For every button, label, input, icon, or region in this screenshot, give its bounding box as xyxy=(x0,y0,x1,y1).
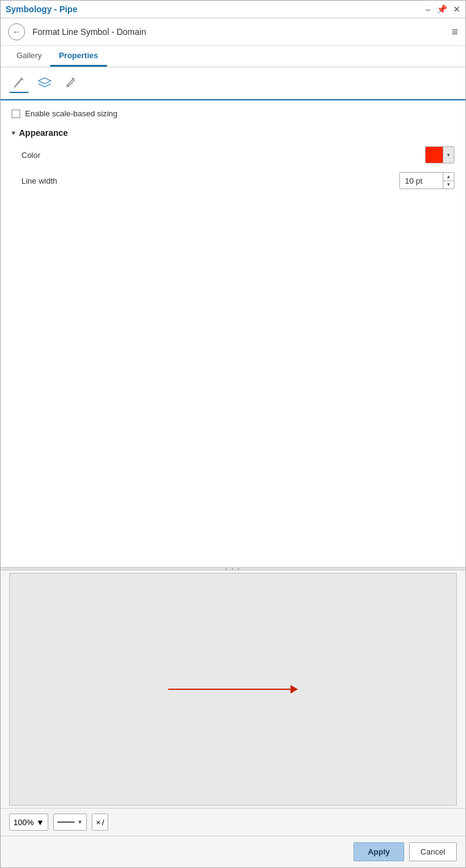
spinner-up-button[interactable]: ▲ xyxy=(443,173,454,181)
tabs-row: Gallery Properties xyxy=(1,46,465,67)
zoom-dropdown-arrow-icon: ▼ xyxy=(36,818,44,827)
color-fill xyxy=(426,147,443,163)
wrench-icon xyxy=(64,77,77,90)
linewidth-value: 10 pt xyxy=(400,176,443,185)
title-bar: Symbology - Pipe – 📌 ✕ xyxy=(1,1,465,18)
svg-marker-3 xyxy=(39,78,51,84)
bottom-toolbar: 100% ▼ ▼ × / xyxy=(1,808,465,836)
wrench-tool-button[interactable] xyxy=(61,73,80,93)
line-style-arrow-icon: ▼ xyxy=(77,819,83,825)
pin-icon[interactable]: – xyxy=(426,4,431,14)
appearance-chevron-icon[interactable]: ▾ xyxy=(12,129,15,137)
preview-line xyxy=(168,689,290,690)
appearance-section-header: ▾ Appearance xyxy=(12,128,454,138)
layers-icon xyxy=(37,76,52,91)
color-label: Color xyxy=(21,151,40,160)
header-row: ← Format Line Symbol - Domain ≡ xyxy=(1,18,465,46)
back-arrow-icon: ← xyxy=(12,27,21,37)
menu-icon[interactable]: ≡ xyxy=(451,26,458,39)
blend-slash-icon: / xyxy=(102,818,105,827)
line-style-button[interactable]: ▼ xyxy=(53,814,87,831)
blend-label: × xyxy=(96,818,101,827)
linewidth-row: Line width 10 pt ▲ ▼ xyxy=(12,172,454,189)
svg-line-0 xyxy=(15,78,22,87)
pencil-tool-button[interactable] xyxy=(9,73,29,93)
symbology-panel: Symbology - Pipe – 📌 ✕ ← Format Line Sym… xyxy=(0,0,466,868)
zoom-dropdown[interactable]: 100% ▼ xyxy=(9,814,48,831)
line-style-preview xyxy=(57,821,75,823)
content-area: Enable scale-based sizing ▾ Appearance C… xyxy=(1,100,465,567)
scale-based-checkbox[interactable] xyxy=(12,110,20,118)
color-dropdown-arrow[interactable]: ▾ xyxy=(443,147,454,163)
preview-area xyxy=(9,573,457,806)
pencil-icon xyxy=(12,76,26,89)
preview-arrow xyxy=(168,685,298,694)
tab-gallery[interactable]: Gallery xyxy=(8,46,50,67)
preview-arrowhead xyxy=(290,685,298,694)
color-row: Color ▾ xyxy=(12,146,454,163)
zoom-value: 100% xyxy=(13,818,34,827)
cancel-button[interactable]: Cancel xyxy=(409,842,457,861)
spinner-down-button[interactable]: ▼ xyxy=(443,181,454,189)
blend-mode-button[interactable]: × / xyxy=(92,814,108,831)
panel-title: Symbology - Pipe xyxy=(6,4,77,14)
linewidth-input[interactable]: 10 pt ▲ ▼ xyxy=(399,172,454,189)
close-icon[interactable]: ✕ xyxy=(453,4,460,14)
action-buttons-row: Apply Cancel xyxy=(1,836,465,867)
divider-dots-icon: • • • xyxy=(225,566,241,572)
color-swatch-button[interactable]: ▾ xyxy=(425,146,454,163)
divider-handle[interactable]: • • • xyxy=(1,567,465,571)
linewidth-spinner: ▲ ▼ xyxy=(443,173,454,189)
apply-button[interactable]: Apply xyxy=(353,842,404,861)
back-button[interactable]: ← xyxy=(8,23,25,40)
pin-icon2[interactable]: 📌 xyxy=(437,4,447,14)
toolbar-row xyxy=(1,67,465,100)
tab-properties[interactable]: Properties xyxy=(50,46,106,67)
appearance-label: Appearance xyxy=(19,128,68,138)
scale-based-label: Enable scale-based sizing xyxy=(25,109,117,118)
layers-tool-button[interactable] xyxy=(35,73,54,93)
scale-based-row: Enable scale-based sizing xyxy=(12,109,454,118)
header-title: Format Line Symbol - Domain xyxy=(32,27,146,37)
linewidth-label: Line width xyxy=(21,176,57,185)
